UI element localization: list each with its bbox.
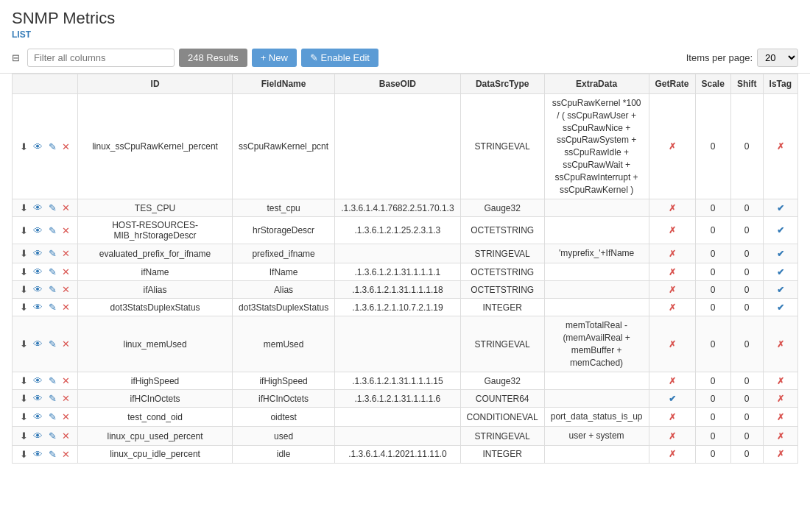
- view-icon[interactable]: 👁: [33, 375, 43, 386]
- row-getrate: ✗: [649, 281, 695, 299]
- table-header-row: ID FieldName BaseOID DataSrcType ExtraDa…: [13, 74, 798, 94]
- row-actions: ⬇ 👁 ✎ ✕: [13, 94, 78, 199]
- download-icon[interactable]: ⬇: [20, 338, 28, 350]
- view-icon[interactable]: 👁: [33, 393, 43, 404]
- delete-icon[interactable]: ✕: [62, 338, 70, 350]
- view-icon[interactable]: 👁: [33, 302, 43, 313]
- row-scale: 0: [695, 372, 730, 390]
- delete-icon[interactable]: ✕: [62, 430, 70, 441]
- delete-icon[interactable]: ✕: [62, 225, 70, 236]
- row-istag: ✔: [763, 299, 797, 316]
- view-icon[interactable]: 👁: [33, 266, 43, 277]
- edit-icon[interactable]: ✎: [49, 393, 57, 404]
- cross-icon: ✗: [777, 431, 784, 441]
- edit-icon[interactable]: ✎: [49, 225, 57, 236]
- view-icon[interactable]: 👁: [33, 141, 43, 152]
- edit-icon[interactable]: ✎: [49, 284, 57, 295]
- delete-icon[interactable]: ✕: [62, 375, 70, 386]
- delete-icon[interactable]: ✕: [62, 449, 70, 460]
- download-icon[interactable]: ⬇: [20, 202, 28, 213]
- row-baseoid: .1.3.6.1.2.1.10.7.2.1.19: [335, 299, 460, 316]
- table-row: ⬇ 👁 ✎ ✕ ifAliasAlias.1.3.6.1.2.1.31.1.1.…: [13, 281, 798, 299]
- delete-icon[interactable]: ✕: [62, 266, 70, 277]
- row-actions: ⬇ 👁 ✎ ✕: [13, 372, 78, 390]
- cross-icon: ✗: [669, 225, 676, 235]
- view-icon[interactable]: 👁: [33, 411, 43, 422]
- view-icon[interactable]: 👁: [33, 449, 43, 460]
- delete-icon[interactable]: ✕: [62, 302, 70, 313]
- col-fieldname[interactable]: FieldName: [233, 74, 335, 94]
- row-shift: 0: [730, 445, 763, 463]
- download-icon[interactable]: ⬇: [20, 248, 28, 259]
- results-button[interactable]: 248 Results: [179, 49, 247, 67]
- row-actions: ⬇ 👁 ✎ ✕: [13, 263, 78, 281]
- filter-icon: ⊟: [12, 52, 20, 63]
- filter-input[interactable]: [27, 49, 175, 67]
- view-icon[interactable]: 👁: [33, 248, 43, 259]
- enable-edit-button[interactable]: ✎ Enable Edit: [301, 49, 378, 67]
- edit-icon[interactable]: ✎: [49, 411, 57, 422]
- row-datasrctype: STRINGEVAL: [460, 94, 544, 199]
- row-getrate: ✗: [649, 244, 695, 263]
- cross-icon: ✗: [669, 412, 676, 422]
- delete-icon[interactable]: ✕: [62, 393, 70, 404]
- table-row: ⬇ 👁 ✎ ✕ linux_cpu_idle_percentidle.1.3.6…: [13, 445, 798, 463]
- download-icon[interactable]: ⬇: [20, 449, 28, 460]
- delete-icon[interactable]: ✕: [62, 202, 70, 213]
- delete-icon[interactable]: ✕: [62, 411, 70, 422]
- edit-icon[interactable]: ✎: [49, 375, 57, 386]
- cross-icon: ✗: [669, 431, 676, 441]
- edit-icon[interactable]: ✎: [49, 141, 57, 152]
- col-id[interactable]: ID: [78, 74, 233, 94]
- delete-icon[interactable]: ✕: [62, 248, 70, 259]
- table-row: ⬇ 👁 ✎ ✕ ifNameIfName.1.3.6.1.2.1.31.1.1.…: [13, 263, 798, 281]
- row-shift: 0: [730, 372, 763, 390]
- row-id: evaluated_prefix_for_ifname: [78, 244, 233, 263]
- edit-icon[interactable]: ✎: [49, 202, 57, 213]
- row-istag: ✗: [763, 372, 797, 390]
- new-button[interactable]: + New: [252, 49, 297, 67]
- view-icon[interactable]: 👁: [33, 225, 43, 236]
- table-row: ⬇ 👁 ✎ ✕ evaluated_prefix_for_ifnameprefi…: [13, 244, 798, 263]
- view-icon[interactable]: 👁: [33, 430, 43, 441]
- row-fieldname: prefixed_ifname: [233, 244, 335, 263]
- col-getrate[interactable]: GetRate: [649, 74, 695, 94]
- edit-icon[interactable]: ✎: [49, 302, 57, 313]
- edit-icon[interactable]: ✎: [49, 266, 57, 277]
- edit-icon[interactable]: ✎: [49, 449, 57, 460]
- download-icon[interactable]: ⬇: [20, 302, 28, 313]
- edit-icon[interactable]: ✎: [49, 430, 57, 441]
- row-shift: 0: [730, 263, 763, 281]
- download-icon[interactable]: ⬇: [20, 430, 28, 441]
- col-datasrctype[interactable]: DataSrcType: [460, 74, 544, 94]
- download-icon[interactable]: ⬇: [20, 266, 28, 277]
- col-istag[interactable]: IsTag: [763, 74, 797, 94]
- download-icon[interactable]: ⬇: [20, 411, 28, 422]
- row-getrate: ✗: [649, 316, 695, 372]
- download-icon[interactable]: ⬇: [20, 284, 28, 295]
- delete-icon[interactable]: ✕: [62, 141, 70, 152]
- col-baseoid[interactable]: BaseOID: [335, 74, 460, 94]
- download-icon[interactable]: ⬇: [20, 393, 28, 404]
- row-extradata: port_data_status_is_up: [544, 408, 649, 427]
- download-icon[interactable]: ⬇: [20, 141, 28, 152]
- view-icon[interactable]: 👁: [33, 284, 43, 295]
- items-per-page-select[interactable]: 20 50 100: [757, 49, 798, 67]
- edit-icon[interactable]: ✎: [49, 248, 57, 259]
- row-scale: 0: [695, 427, 730, 446]
- col-shift[interactable]: Shift: [730, 74, 763, 94]
- col-extradata[interactable]: ExtraData: [544, 74, 649, 94]
- row-scale: 0: [695, 390, 730, 408]
- table-row: ⬇ 👁 ✎ ✕ ifHighSpeedifHighSpeed.1.3.6.1.2…: [13, 372, 798, 390]
- download-icon[interactable]: ⬇: [20, 375, 28, 386]
- row-actions: ⬇ 👁 ✎ ✕: [13, 445, 78, 463]
- edit-icon[interactable]: ✎: [49, 338, 57, 350]
- row-datasrctype: STRINGEVAL: [460, 316, 544, 372]
- view-icon[interactable]: 👁: [33, 202, 43, 213]
- cross-icon: ✗: [669, 339, 676, 350]
- view-icon[interactable]: 👁: [33, 338, 43, 350]
- page-header: SNMP Metrics LIST: [0, 0, 810, 43]
- col-scale[interactable]: Scale: [695, 74, 730, 94]
- delete-icon[interactable]: ✕: [62, 284, 70, 295]
- download-icon[interactable]: ⬇: [20, 225, 28, 236]
